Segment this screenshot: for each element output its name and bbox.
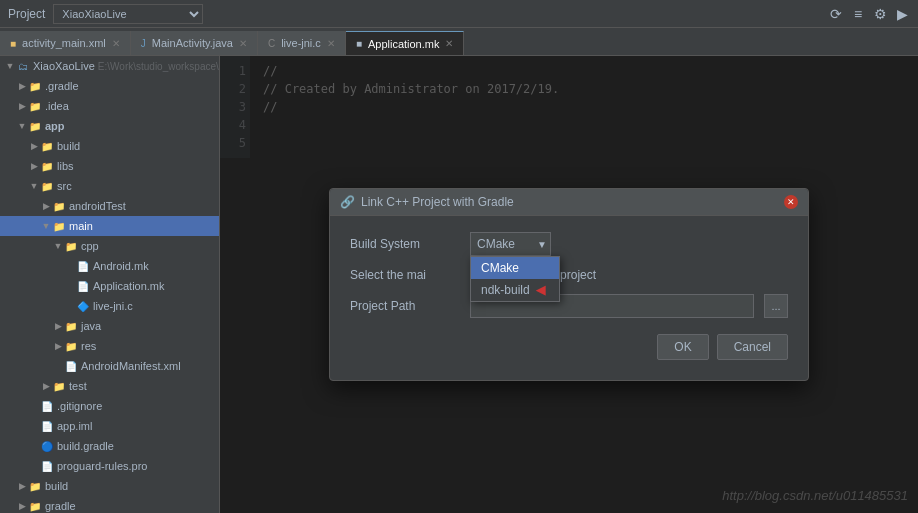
tab-label: Application.mk bbox=[368, 38, 440, 50]
link-cpp-dialog: 🔗 Link C++ Project with Gradle ✕ Build S… bbox=[329, 188, 809, 381]
tab-close-icon[interactable]: ✕ bbox=[112, 38, 120, 49]
dialog-overlay: 🔗 Link C++ Project with Gradle ✕ Build S… bbox=[220, 56, 918, 513]
arrow-icon: ▶ bbox=[52, 320, 64, 332]
item-label: main bbox=[69, 220, 93, 232]
project-selector[interactable]: XiaoXiaoLive bbox=[53, 4, 203, 24]
sync-icon[interactable]: ⟳ bbox=[828, 6, 844, 22]
browse-button[interactable]: ... bbox=[764, 294, 788, 318]
item-label: res bbox=[81, 340, 96, 352]
item-label: .idea bbox=[45, 100, 69, 112]
settings-icon[interactable]: ⚙ bbox=[872, 6, 888, 22]
sidebar-item-gradle[interactable]: ▶ 📁 .gradle bbox=[0, 76, 219, 96]
mk-icon: ■ bbox=[356, 38, 362, 49]
sidebar-item-java[interactable]: ▶ 📁 java bbox=[0, 316, 219, 336]
folder-icon: 📁 bbox=[28, 479, 42, 493]
sidebar: ▼ 🗂 XiaoXaoLive E:\Work\studio_workspace… bbox=[0, 56, 220, 513]
tab-label: live-jni.c bbox=[281, 37, 321, 49]
sidebar-item-main[interactable]: ▼ 📁 main bbox=[0, 216, 219, 236]
link-icon: 🔗 bbox=[340, 195, 355, 209]
ndk-build-arrow: ◀ bbox=[536, 283, 545, 297]
item-label: proguard-rules.pro bbox=[57, 460, 148, 472]
java-icon: J bbox=[141, 38, 146, 49]
menu-icon[interactable]: ≡ bbox=[850, 6, 866, 22]
sidebar-item-libs[interactable]: ▶ 📁 libs bbox=[0, 156, 219, 176]
folder-icon: 📁 bbox=[28, 99, 42, 113]
tab-close-icon[interactable]: ✕ bbox=[239, 38, 247, 49]
tab-mainactivity-java[interactable]: J MainActivity.java ✕ bbox=[131, 31, 258, 55]
sidebar-item-gradle-root[interactable]: ▶ 📁 gradle bbox=[0, 496, 219, 513]
sidebar-item-build-gradle[interactable]: ▶ 🔵 build.gradle bbox=[0, 436, 219, 456]
folder-icon: 📁 bbox=[52, 199, 66, 213]
folder-icon: 📁 bbox=[64, 319, 78, 333]
sidebar-item-android-mk[interactable]: ▶ 📄 Android.mk bbox=[0, 256, 219, 276]
sidebar-item-idea[interactable]: ▶ 📁 .idea bbox=[0, 96, 219, 116]
dropdown-item-ndk-build[interactable]: ndk-build ◀ bbox=[471, 279, 559, 301]
arrow-icon: ▶ bbox=[16, 500, 28, 512]
sidebar-item-proguard[interactable]: ▶ 📄 proguard-rules.pro bbox=[0, 456, 219, 476]
sidebar-item-test[interactable]: ▶ 📁 test bbox=[0, 376, 219, 396]
item-label: build bbox=[45, 480, 68, 492]
arrow-icon: ▶ bbox=[16, 100, 28, 112]
root-arrow: ▼ bbox=[4, 60, 16, 72]
browse-label: ... bbox=[771, 300, 780, 312]
item-label: live-jni.c bbox=[93, 300, 133, 312]
cancel-button[interactable]: Cancel bbox=[717, 334, 788, 360]
dropdown-item-cmake[interactable]: CMake bbox=[471, 257, 559, 279]
tab-close-icon[interactable]: ✕ bbox=[445, 38, 453, 49]
pro-file-icon: 📄 bbox=[40, 459, 54, 473]
item-label: app.iml bbox=[57, 420, 92, 432]
tab-application-mk[interactable]: ■ Application.mk ✕ bbox=[346, 31, 465, 55]
folder-icon: 📁 bbox=[64, 339, 78, 353]
tree-root[interactable]: ▼ 🗂 XiaoXaoLive E:\Work\studio_workspace… bbox=[0, 56, 219, 76]
root-label: XiaoXaoLive E:\Work\studio_workspace\Xia… bbox=[33, 60, 220, 72]
arrow-icon: ▶ bbox=[52, 340, 64, 352]
dialog-body: Build System CMake ndk-build ▼ CMake bbox=[330, 216, 808, 380]
sidebar-item-app-iml[interactable]: ▶ 📄 app.iml bbox=[0, 416, 219, 436]
arrow-icon: ▶ bbox=[28, 140, 40, 152]
folder-icon: 📁 bbox=[28, 499, 42, 513]
arrow-icon: ▶ bbox=[40, 200, 52, 212]
close-icon: ✕ bbox=[787, 197, 795, 207]
sidebar-item-androidtest[interactable]: ▶ 📁 androidTest bbox=[0, 196, 219, 216]
build-system-select-wrapper: CMake ndk-build ▼ CMake ndk-build bbox=[470, 232, 551, 256]
dialog-close-button[interactable]: ✕ bbox=[784, 195, 798, 209]
mk-file-icon: 📄 bbox=[76, 259, 90, 273]
select-main-label: Select the mai bbox=[350, 268, 460, 282]
arrow-icon: ▼ bbox=[28, 180, 40, 192]
run-icon[interactable]: ▶ bbox=[894, 6, 910, 22]
title-bar: Project XiaoXiaoLive ⟳ ≡ ⚙ ▶ bbox=[0, 0, 918, 28]
folder-icon: 📁 bbox=[40, 139, 54, 153]
sidebar-item-build[interactable]: ▶ 📁 build bbox=[0, 136, 219, 156]
sidebar-item-gitignore[interactable]: ▶ 📄 .gitignore bbox=[0, 396, 219, 416]
item-label: app bbox=[45, 120, 65, 132]
arrow-icon: ▶ bbox=[40, 380, 52, 392]
sidebar-item-live-jni-c[interactable]: ▶ 🔷 live-jni.c bbox=[0, 296, 219, 316]
project-label: Project bbox=[8, 7, 45, 21]
tab-live-jni-c[interactable]: C live-jni.c ✕ bbox=[258, 31, 346, 55]
select-main-row: Select the mai t file of a CMake project bbox=[350, 268, 788, 282]
sidebar-item-app[interactable]: ▼ 📁 app bbox=[0, 116, 219, 136]
item-label: cpp bbox=[81, 240, 99, 252]
sidebar-item-manifest[interactable]: ▶ 📄 AndroidManifest.xml bbox=[0, 356, 219, 376]
sidebar-item-res[interactable]: ▶ 📁 res bbox=[0, 336, 219, 356]
xml-file-icon: 📄 bbox=[64, 359, 78, 373]
sidebar-item-src[interactable]: ▼ 📁 src bbox=[0, 176, 219, 196]
folder-icon: 📁 bbox=[40, 179, 54, 193]
build-system-row: Build System CMake ndk-build ▼ CMake bbox=[350, 232, 788, 256]
project-icon: 🗂 bbox=[16, 59, 30, 73]
tab-label: MainActivity.java bbox=[152, 37, 233, 49]
sidebar-item-build-root[interactable]: ▶ 📁 build bbox=[0, 476, 219, 496]
sidebar-item-application-mk[interactable]: ▶ 📄 Application.mk bbox=[0, 276, 219, 296]
folder-icon: 📁 bbox=[52, 379, 66, 393]
item-label: gradle bbox=[45, 500, 76, 512]
c-icon: C bbox=[268, 38, 275, 49]
build-system-select[interactable]: CMake ndk-build bbox=[470, 232, 551, 256]
c-file-icon: 🔷 bbox=[76, 299, 90, 313]
folder-icon: 📁 bbox=[28, 119, 42, 133]
arrow-icon: ▼ bbox=[16, 120, 28, 132]
tab-activity-main-xml[interactable]: ■ activity_main.xml ✕ bbox=[0, 31, 131, 55]
ok-button[interactable]: OK bbox=[657, 334, 708, 360]
arrow-icon: ▶ bbox=[16, 80, 28, 92]
sidebar-item-cpp[interactable]: ▼ 📁 cpp bbox=[0, 236, 219, 256]
tab-close-icon[interactable]: ✕ bbox=[327, 38, 335, 49]
